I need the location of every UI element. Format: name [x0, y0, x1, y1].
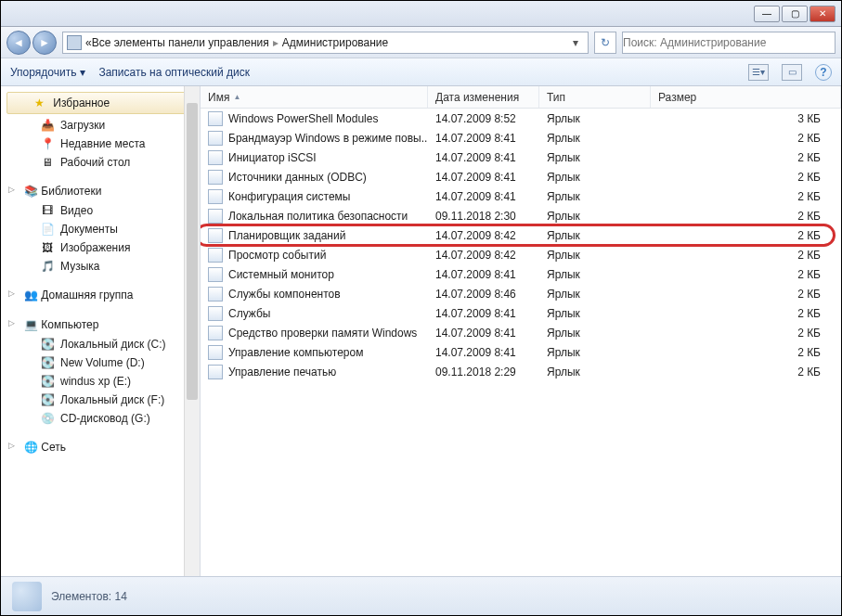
file-size: 2 КБ — [651, 307, 841, 320]
file-date: 14.07.2009 8:41 — [428, 268, 539, 281]
sidebar-item[interactable]: 📄Документы — [3, 220, 198, 238]
file-row[interactable]: Брандмауэр Windows в режиме повы...14.07… — [201, 128, 841, 148]
file-name: Конфигурация системы — [228, 190, 350, 203]
column-name[interactable]: Имя ▲ — [201, 86, 428, 108]
view-mode-button[interactable]: ☰▾ — [748, 64, 769, 81]
sidebar-item[interactable]: 📥Загрузки — [3, 116, 198, 135]
file-row[interactable]: Управление печатью09.11.2018 2:29Ярлык2 … — [201, 362, 841, 381]
close-button[interactable]: ✕ — [810, 6, 836, 22]
shortcut-icon — [208, 228, 223, 243]
sidebar-favorites[interactable]: ★ Избранное — [6, 92, 194, 114]
maximize-button[interactable]: ▢ — [782, 6, 808, 22]
file-type: Ярлык — [539, 346, 651, 359]
file-type: Ярлык — [539, 229, 651, 242]
file-size: 2 КБ — [651, 288, 841, 301]
sidebar-item[interactable]: 🖥Рабочий стол — [3, 153, 198, 172]
file-date: 14.07.2009 8:41 — [428, 307, 539, 320]
file-row[interactable]: Инициатор iSCSI14.07.2009 8:41Ярлык2 КБ — [201, 148, 841, 167]
expander-icon[interactable]: ▷ — [8, 318, 18, 327]
item-icon: 💽 — [40, 374, 55, 389]
sidebar-item[interactable]: 🎵Музыка — [3, 257, 198, 276]
file-date: 14.07.2009 8:41 — [428, 151, 539, 164]
item-label: Недавние места — [60, 137, 145, 150]
expander-icon[interactable]: ▷ — [8, 289, 18, 298]
sidebar-item[interactable]: 💿CD-дисковод (G:) — [3, 409, 198, 428]
sidebar-item[interactable]: 💽New Volume (D:) — [3, 353, 198, 372]
organize-label: Упорядочить — [10, 66, 76, 79]
column-date[interactable]: Дата изменения — [428, 86, 539, 108]
file-row[interactable]: Планировщик заданий14.07.2009 8:42Ярлык2… — [201, 225, 841, 245]
expander-icon[interactable]: ▷ — [8, 185, 18, 194]
column-size[interactable]: Размер — [651, 86, 841, 108]
file-row[interactable]: Локальная политика безопасности09.11.201… — [201, 206, 841, 225]
file-size: 2 КБ — [651, 132, 841, 145]
file-size: 2 КБ — [651, 268, 841, 281]
file-name: Средство проверки памяти Windows — [228, 327, 417, 340]
forward-button[interactable]: ► — [32, 31, 57, 55]
computer-icon: 💻 — [23, 317, 38, 332]
shortcut-icon — [208, 111, 223, 126]
sidebar-computer[interactable]: ▷ 💻 Компьютер — [3, 314, 198, 335]
breadcrumb-prefix: « — [85, 36, 92, 49]
sidebar-homegroup[interactable]: ▷ 👥 Домашняя группа — [3, 285, 198, 305]
file-type: Ярлык — [539, 210, 651, 223]
file-name: Брандмауэр Windows в режиме повы... — [228, 132, 428, 145]
file-date: 14.07.2009 8:52 — [428, 112, 539, 125]
refresh-button[interactable]: ↻ — [594, 32, 616, 54]
item-icon: 📥 — [40, 118, 55, 133]
homegroup-icon: 👥 — [23, 288, 38, 302]
preview-pane-button[interactable]: ▭ — [782, 64, 802, 81]
help-button[interactable]: ? — [815, 64, 832, 81]
minimize-button[interactable]: — — [754, 6, 780, 22]
sidebar-item[interactable]: 🎞Видео — [3, 201, 198, 220]
file-name: Windows PowerShell Modules — [228, 112, 378, 125]
shortcut-icon — [208, 209, 223, 224]
sidebar-libraries[interactable]: ▷ 📚 Библиотеки — [3, 181, 198, 201]
item-icon: 💽 — [40, 392, 55, 407]
sidebar-item[interactable]: 📍Недавние места — [3, 135, 198, 153]
sidebar-scrollbar[interactable] — [184, 86, 200, 581]
shortcut-icon — [208, 131, 223, 146]
file-row[interactable]: Средство проверки памяти Windows14.07.20… — [201, 323, 841, 342]
file-type: Ярлык — [539, 132, 651, 145]
search-input[interactable] — [622, 32, 836, 54]
back-button[interactable]: ◄ — [6, 31, 31, 55]
item-icon: 📄 — [40, 222, 55, 237]
item-label: New Volume (D:) — [60, 356, 145, 369]
shortcut-icon — [208, 150, 223, 165]
file-row[interactable]: Управление компьютером14.07.2009 8:41Ярл… — [201, 342, 841, 362]
file-row[interactable]: Системный монитор14.07.2009 8:41Ярлык2 К… — [201, 264, 841, 284]
sidebar-item[interactable]: 💽windus xp (E:) — [3, 372, 198, 391]
toolbar: Упорядочить ▾ Записать на оптический дис… — [1, 58, 841, 86]
organize-button[interactable]: Упорядочить ▾ — [10, 66, 85, 79]
sidebar-item[interactable]: 🖼Изображения — [3, 238, 198, 257]
file-row[interactable]: Конфигурация системы14.07.2009 8:41Ярлык… — [201, 186, 841, 206]
homegroup-label: Домашняя группа — [41, 289, 133, 302]
file-name: Управление печатью — [228, 366, 336, 379]
item-label: Локальный диск (F:) — [60, 393, 164, 406]
breadcrumb-seg1[interactable]: Все элементы панели управления — [92, 36, 269, 49]
sidebar-item[interactable]: 💽Локальный диск (C:) — [3, 335, 198, 353]
burn-button[interactable]: Записать на оптический диск — [98, 66, 250, 79]
breadcrumb-dropdown-icon[interactable]: ▾ — [567, 36, 584, 49]
breadcrumb-seg2[interactable]: Администрирование — [282, 36, 388, 49]
file-row[interactable]: Источники данных (ODBC)14.07.2009 8:41Яр… — [201, 167, 841, 186]
file-row[interactable]: Просмотр событий14.07.2009 8:42Ярлык2 КБ — [201, 245, 841, 264]
column-type[interactable]: Тип — [539, 86, 651, 108]
file-row[interactable]: Службы компонентов14.07.2009 8:46Ярлык2 … — [201, 284, 841, 303]
sidebar-network[interactable]: ▷ 🌐 Сеть — [3, 437, 198, 457]
file-size: 2 КБ — [651, 151, 841, 164]
expander-icon[interactable]: ▷ — [8, 441, 18, 450]
file-size: 2 КБ — [651, 249, 841, 262]
status-count: Элементов: 14 — [51, 590, 127, 603]
sidebar-item[interactable]: 💽Локальный диск (F:) — [3, 391, 198, 409]
title-bar: — ▢ ✕ — [1, 1, 841, 27]
column-name-label: Имя — [208, 91, 229, 104]
location-icon — [67, 35, 82, 50]
library-icon: 📚 — [23, 184, 38, 199]
file-date: 14.07.2009 8:46 — [428, 288, 539, 301]
file-row[interactable]: Windows PowerShell Modules14.07.2009 8:5… — [201, 109, 841, 128]
breadcrumb[interactable]: « Все элементы панели управления ▸ Админ… — [62, 32, 589, 54]
file-row[interactable]: Службы14.07.2009 8:41Ярлык2 КБ — [201, 303, 841, 323]
star-icon: ★ — [32, 96, 46, 110]
